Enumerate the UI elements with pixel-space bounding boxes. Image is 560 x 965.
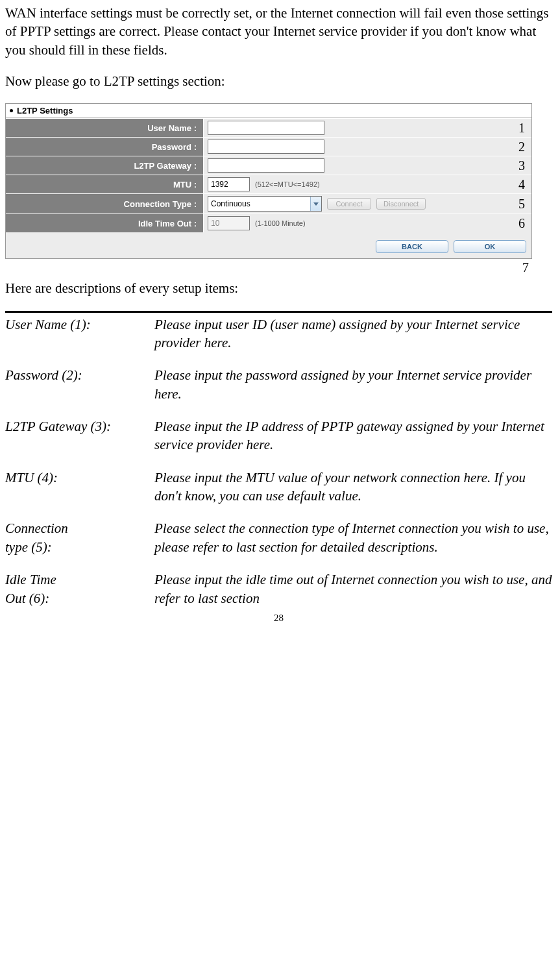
- def-conntype: Please select the connection type of Int…: [154, 519, 552, 556]
- l2tp-settings-panel: L2TP Settings User Name : 1 Password : 2: [5, 103, 532, 259]
- panel-header: L2TP Settings: [6, 104, 531, 118]
- connect-button[interactable]: Connect: [327, 198, 371, 210]
- callout-2: 2: [518, 140, 525, 154]
- idle-hint: (1-1000 Minute): [255, 219, 306, 227]
- page-number: 28: [5, 613, 552, 624]
- callout-6: 6: [518, 216, 525, 231]
- idle-input[interactable]: [208, 216, 250, 230]
- conntype-value: Continuous: [211, 199, 250, 208]
- back-button[interactable]: BACK: [376, 240, 448, 253]
- callout-5: 5: [518, 197, 525, 212]
- description-table: User Name (1): Please input user ID (use…: [5, 311, 552, 607]
- bullet-icon: [10, 109, 13, 112]
- gateway-label: L2TP Gateway :: [6, 156, 204, 175]
- username-input[interactable]: [208, 121, 324, 135]
- term-gateway: L2TP Gateway (3):: [5, 417, 154, 454]
- panel-title: L2TP Settings: [17, 106, 73, 116]
- mtu-label: MTU :: [6, 175, 204, 193]
- username-label: User Name :: [6, 119, 204, 137]
- term-username: User Name (1):: [5, 315, 154, 352]
- term-idle: Idle Time Out (6):: [5, 570, 154, 607]
- password-input[interactable]: [208, 140, 324, 154]
- conntype-label: Connection Type :: [6, 194, 204, 214]
- intro-paragraph: WAN interface settings must be correctly…: [5, 4, 552, 59]
- desc-heading: Here are descriptions of every setup ite…: [5, 279, 552, 297]
- disconnect-button[interactable]: Disconnect: [376, 198, 426, 210]
- idle-label: Idle Time Out :: [6, 214, 204, 232]
- def-username: Please input user ID (user name) assigne…: [154, 315, 552, 352]
- mtu-input[interactable]: [208, 177, 250, 191]
- callout-7: 7: [5, 260, 552, 275]
- goto-paragraph: Now please go to L2TP settings section:: [5, 72, 552, 90]
- def-mtu: Please input the MTU value of your netwo…: [154, 469, 552, 506]
- password-label: Password :: [6, 138, 204, 156]
- mtu-hint: (512<=MTU<=1492): [255, 180, 320, 188]
- callout-4: 4: [518, 177, 525, 192]
- conntype-select[interactable]: Continuous: [208, 196, 322, 212]
- term-password: Password (2):: [5, 366, 154, 403]
- gateway-input[interactable]: [208, 158, 324, 173]
- def-idle: Please input the idle time out of Intern…: [154, 570, 552, 607]
- chevron-down-icon: [310, 197, 321, 211]
- ok-button[interactable]: OK: [454, 240, 526, 253]
- callout-1: 1: [518, 121, 525, 136]
- def-gateway: Please input the IP address of PPTP gate…: [154, 417, 552, 454]
- term-mtu: MTU (4):: [5, 469, 154, 506]
- callout-3: 3: [518, 158, 525, 173]
- term-conntype: Connection type (5):: [5, 519, 154, 556]
- def-password: Please input the password assigned by yo…: [154, 366, 552, 403]
